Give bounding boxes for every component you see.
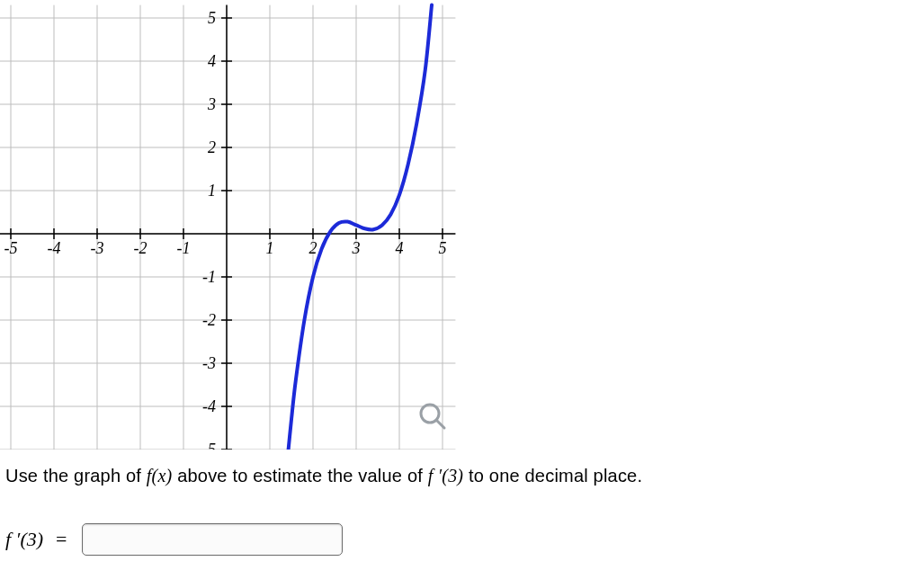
math-fx: f(x) (147, 466, 173, 486)
question-part-mid: above to estimate the value of (177, 466, 428, 486)
svg-line-66 (436, 420, 444, 428)
axis-tick-labels: -5-4-3-2-112345-5-4-3-2-112345 (4, 9, 447, 450)
svg-text:1: 1 (266, 239, 274, 257)
svg-text:2: 2 (208, 138, 216, 156)
svg-text:4: 4 (208, 52, 216, 70)
svg-text:-1: -1 (177, 239, 191, 257)
question-text: Use the graph of f(x) above to estimate … (5, 466, 642, 486)
graph: -5-4-3-2-112345-5-4-3-2-112345 (0, 0, 468, 450)
svg-text:-4: -4 (202, 397, 216, 415)
equals-sign: = (56, 528, 67, 551)
svg-text:3: 3 (207, 95, 216, 113)
svg-text:-4: -4 (48, 239, 61, 257)
svg-text:4: 4 (396, 239, 404, 257)
magnify-icon[interactable] (421, 405, 444, 428)
svg-text:-3: -3 (202, 354, 216, 372)
question-part-pre: Use the graph of (5, 466, 147, 486)
function-curve (287, 5, 432, 450)
svg-text:-5: -5 (202, 441, 216, 450)
question-part-post: to one decimal place. (469, 466, 642, 486)
answer-row: f ′(3) = (5, 523, 343, 556)
coordinate-plane: -5-4-3-2-112345-5-4-3-2-112345 (0, 0, 468, 450)
axes (0, 5, 455, 450)
answer-lhs: f ′(3) (5, 528, 43, 551)
svg-text:-2: -2 (134, 239, 148, 257)
svg-text:-5: -5 (4, 239, 18, 257)
svg-text:-1: -1 (202, 268, 216, 286)
answer-input[interactable] (82, 523, 343, 556)
svg-text:3: 3 (352, 239, 361, 257)
math-fprime3: f ′(3) (428, 466, 463, 486)
svg-text:5: 5 (439, 239, 447, 257)
svg-text:-3: -3 (91, 239, 104, 257)
svg-text:-2: -2 (202, 311, 216, 329)
svg-text:1: 1 (208, 182, 216, 200)
svg-text:2: 2 (309, 239, 317, 257)
svg-text:5: 5 (208, 9, 216, 27)
grid (0, 5, 455, 450)
